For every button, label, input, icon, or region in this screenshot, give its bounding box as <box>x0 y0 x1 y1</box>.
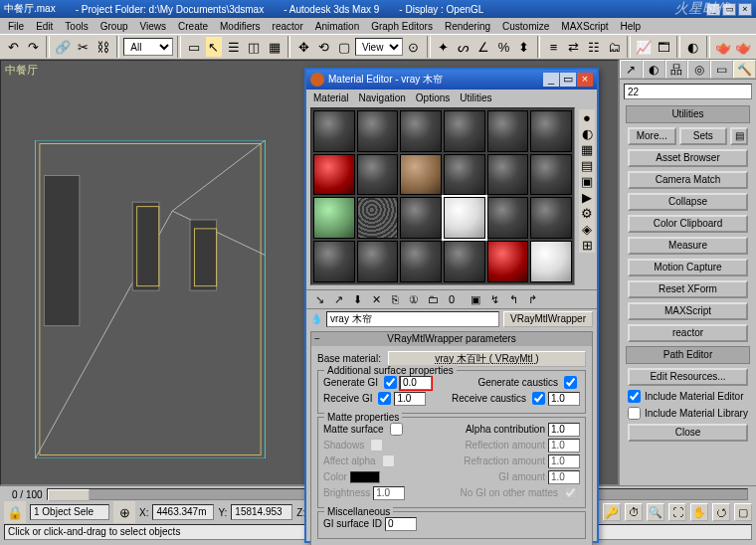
receive-gi-checkbox[interactable] <box>378 392 391 405</box>
move-icon[interactable]: ✥ <box>294 36 312 58</box>
alpha-contrib-spinner[interactable] <box>548 423 580 437</box>
menu-tools[interactable]: Tools <box>59 21 94 32</box>
generate-gi-checkbox[interactable] <box>384 376 397 389</box>
material-name-field[interactable] <box>326 311 499 327</box>
close-button-panel[interactable]: Close <box>628 424 748 442</box>
material-slot-selected[interactable] <box>444 197 485 239</box>
material-slot[interactable] <box>357 197 399 239</box>
arc-rotate-icon[interactable]: ⭯ <box>712 503 730 521</box>
material-slot[interactable] <box>487 110 529 152</box>
menu-customize[interactable]: Customize <box>496 21 555 32</box>
mateditor-close-button[interactable]: × <box>577 73 593 87</box>
make-copy-icon[interactable]: ⎘ <box>386 290 404 308</box>
mateditor-maximize-button[interactable]: ▭ <box>560 73 576 87</box>
menu-rendering[interactable]: Rendering <box>439 21 496 32</box>
material-slot[interactable] <box>530 241 572 282</box>
backlight-icon[interactable]: ◐ <box>579 125 595 141</box>
object-name-field[interactable] <box>624 84 752 99</box>
material-slot[interactable] <box>444 110 485 152</box>
render-scene-icon[interactable]: 🫖 <box>714 36 732 58</box>
material-slot[interactable] <box>313 241 355 282</box>
schematic-icon[interactable]: 🗔 <box>655 36 672 58</box>
more-button[interactable]: More... <box>628 127 676 145</box>
reset-map-icon[interactable]: ✕ <box>367 290 385 308</box>
memenu-options[interactable]: Options <box>411 92 455 103</box>
gi-surface-id-spinner[interactable] <box>385 517 417 531</box>
material-slot[interactable] <box>487 197 529 239</box>
show-in-vp-icon[interactable]: ▣ <box>467 290 484 308</box>
material-slot[interactable] <box>357 154 399 196</box>
assign-icon[interactable]: ⬇ <box>348 290 366 308</box>
select-name-icon[interactable]: ☰ <box>225 36 243 58</box>
window-crossing-icon[interactable]: ▦ <box>265 36 283 58</box>
sample-uv-icon[interactable]: ▤ <box>579 157 595 173</box>
material-slot[interactable] <box>357 110 399 152</box>
slot-count-icon[interactable]: ⊞ <box>579 237 595 253</box>
rollout-header[interactable]: VRayMtlWrapper parameters <box>311 332 592 346</box>
menu-views[interactable]: Views <box>134 21 173 32</box>
collapse-button[interactable]: Collapse <box>628 193 748 211</box>
material-slot[interactable] <box>400 154 442 196</box>
menu-edit[interactable]: Edit <box>30 21 59 32</box>
pick-material-icon[interactable]: 💧 <box>310 313 322 324</box>
mateditor-minimize-button[interactable]: _ <box>543 73 559 87</box>
generate-caustics-checkbox[interactable] <box>564 376 577 389</box>
generate-gi-spinner[interactable] <box>400 376 432 390</box>
mirror-icon[interactable]: ⇄ <box>565 36 583 58</box>
curve-editor-icon[interactable]: 📈 <box>635 36 653 58</box>
center-icon[interactable]: ⊙ <box>405 36 423 58</box>
sample-type-icon[interactable]: ● <box>579 109 595 125</box>
pan-icon[interactable]: ✋ <box>690 503 708 521</box>
get-material-icon[interactable]: ↘ <box>310 290 328 308</box>
memenu-material[interactable]: Material <box>308 92 354 103</box>
material-slot[interactable] <box>530 154 572 196</box>
tab-motion-icon[interactable]: ◎ <box>687 60 710 79</box>
y-field[interactable]: 15814.953 <box>231 504 292 520</box>
link-icon[interactable]: 🔗 <box>54 36 72 58</box>
tab-display-icon[interactable]: ▭ <box>710 60 733 79</box>
unlink-icon[interactable]: ✂ <box>74 36 92 58</box>
material-slot[interactable] <box>313 110 355 152</box>
material-slot[interactable] <box>357 241 399 282</box>
coord-toggle-icon[interactable]: ⊕ <box>113 501 135 523</box>
rotate-icon[interactable]: ⟲ <box>314 36 332 58</box>
menu-help[interactable]: Help <box>615 21 648 32</box>
material-slot[interactable] <box>400 110 442 152</box>
motion-capture-button[interactable]: Motion Capture <box>628 259 748 276</box>
spinner-snap-icon[interactable]: ⬍ <box>515 36 533 58</box>
manipulate-icon[interactable]: ✦ <box>435 36 453 58</box>
material-slot[interactable] <box>530 197 572 239</box>
material-slot[interactable] <box>400 241 442 282</box>
camera-match-button[interactable]: Camera Match <box>628 171 748 189</box>
quick-render-icon[interactable]: 🫖 <box>734 36 752 58</box>
align-icon[interactable]: ☷ <box>585 36 603 58</box>
time-config-icon[interactable]: ⏱ <box>625 503 643 521</box>
menu-grapheditors[interactable]: Graph Editors <box>365 21 439 32</box>
measure-button[interactable]: Measure <box>628 237 748 255</box>
receive-caustics-checkbox[interactable] <box>532 392 545 405</box>
make-unique-icon[interactable]: ① <box>405 290 423 308</box>
max-toggle-icon[interactable]: ▢ <box>734 503 752 521</box>
material-slot[interactable] <box>487 241 529 282</box>
receive-gi-spinner[interactable] <box>394 392 426 406</box>
close-button[interactable]: × <box>738 3 752 16</box>
material-slot[interactable] <box>487 154 529 196</box>
reactor-button[interactable]: reactor <box>628 324 748 342</box>
go-parent-icon[interactable]: ↰ <box>504 290 522 308</box>
selection-filter-dropdown[interactable]: All <box>123 38 173 56</box>
tab-modify-icon[interactable]: ◐ <box>643 60 665 79</box>
named-sel-icon[interactable]: ≡ <box>544 36 562 58</box>
material-editor-icon[interactable]: ◐ <box>684 36 702 58</box>
snap-icon[interactable]: ᔕ <box>455 36 472 58</box>
bind-icon[interactable]: ⛓ <box>94 36 111 58</box>
menu-animation[interactable]: Animation <box>309 21 365 32</box>
memenu-navigation[interactable]: Navigation <box>354 92 411 103</box>
material-slot[interactable] <box>313 197 355 239</box>
sets-config-icon[interactable]: ▤ <box>730 127 748 145</box>
material-slot[interactable] <box>444 241 485 282</box>
make-preview-icon[interactable]: ▶ <box>579 189 595 205</box>
select-arrow-icon[interactable]: ↖ <box>205 36 223 58</box>
layers-icon[interactable]: 🗂 <box>605 36 623 58</box>
material-type-button[interactable]: VRayMtlWrapper <box>503 311 593 327</box>
reset-xform-button[interactable]: Reset XForm <box>628 280 748 298</box>
